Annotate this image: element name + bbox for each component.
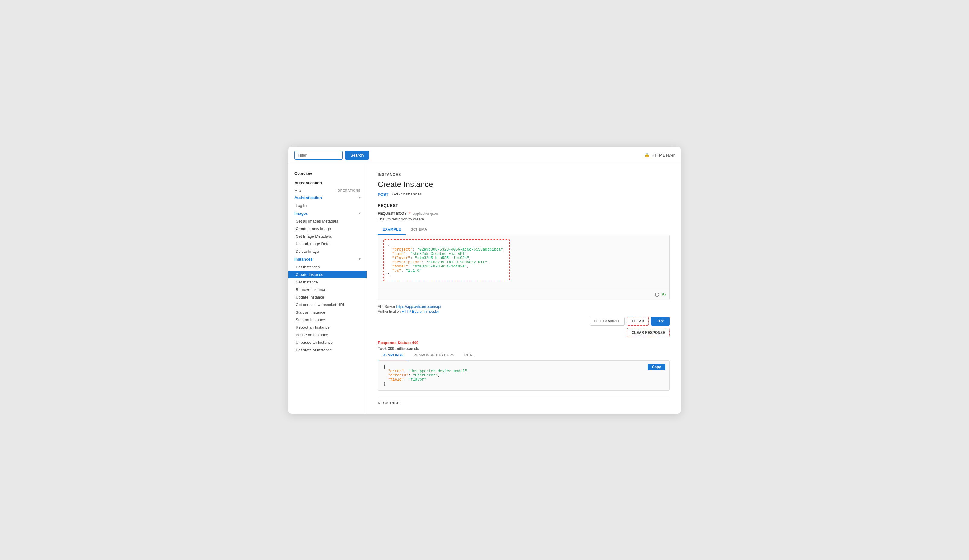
api-server-url[interactable]: https://app.avh.arm.com/api (396, 304, 441, 309)
request-label: REQUEST (378, 203, 670, 208)
refresh-icon-button[interactable]: ↻ (662, 292, 666, 297)
request-body-type: application/json (413, 211, 438, 216)
bottom-response-label: RESPONSE (378, 398, 670, 405)
images-group-label[interactable]: Images (295, 211, 308, 216)
request-body-key: REQUEST BODY (378, 211, 407, 216)
sidebar-overview[interactable]: Overview (288, 169, 366, 178)
took-time: Took 309 milliseconds (378, 346, 670, 351)
sidebar-item-start-instance[interactable]: Start an Instance (288, 309, 366, 316)
sidebar-item-console-websocket[interactable]: Get console websocket URL (288, 301, 366, 309)
ops-header: ▼ ▲ OPERATIONS (288, 188, 366, 194)
ops-label: OPERATIONS (338, 189, 361, 193)
sidebar-item-pause-instance[interactable]: Pause an Instance (288, 331, 366, 339)
authentication-label: Authentication (378, 309, 401, 314)
sidebar-group-images[interactable]: Images ▾ (288, 209, 366, 218)
content-area: INSTANCES Create Instance POST /v1/insta… (367, 164, 681, 414)
authentication-group-label[interactable]: Authentication (295, 195, 322, 200)
images-chevron-icon[interactable]: ▾ (359, 211, 361, 215)
request-body-required: * (409, 211, 411, 216)
status-row: Response Status: 400 (378, 340, 670, 345)
api-server-label: API Server (378, 304, 395, 309)
sidebar-item-get-all-images[interactable]: Get all Images Metadata (288, 218, 366, 225)
request-body-wrapper: { "project": "02e9b308-6323-4056-ac0c-65… (378, 234, 670, 300)
sidebar-item-create-instance[interactable]: Create Instance (288, 271, 366, 278)
sidebar-item-get-image-metadata[interactable]: Get Image Metadata (288, 233, 366, 240)
tab-response[interactable]: RESPONSE (378, 351, 409, 361)
sidebar-item-log-in[interactable]: Log In (288, 202, 366, 209)
filter-input[interactable] (295, 151, 343, 160)
search-button[interactable]: Search (345, 151, 369, 160)
sidebar-item-create-image[interactable]: Create a new Image (288, 225, 366, 233)
http-bearer-label: HTTP Bearer (652, 153, 674, 158)
code-actions: ⏻ ↻ (378, 289, 669, 300)
tab-curl[interactable]: CURL (460, 351, 480, 361)
clear-response-button[interactable]: CLEAR RESPONSE (627, 328, 670, 337)
tab-example[interactable]: EXAMPLE (378, 225, 406, 234)
sidebar-group-instances[interactable]: Instances ▾ (288, 255, 366, 263)
copy-button[interactable]: Copy (648, 364, 665, 370)
instances-group-label[interactable]: Instances (295, 257, 313, 261)
fill-example-button[interactable]: FILL EXAMPLE (590, 317, 625, 326)
sidebar: Overview Authentication ▼ ▲ OPERATIONS A… (288, 164, 367, 414)
sidebar-item-get-instances[interactable]: Get Instances (288, 263, 366, 271)
section-label: INSTANCES (378, 173, 670, 177)
tab-schema[interactable]: SCHEMA (406, 225, 432, 234)
try-button[interactable]: TRY (651, 317, 670, 326)
request-body-desc: The vm definition to create (378, 217, 670, 221)
sidebar-item-get-instance[interactable]: Get Instance (288, 278, 366, 286)
clear-button[interactable]: CLEAR (627, 317, 649, 326)
top-bar: Search 🔒 HTTP Bearer (288, 146, 681, 164)
sidebar-item-stop-instance[interactable]: Stop an Instance (288, 316, 366, 324)
ops-arrows[interactable]: ▼ ▲ (295, 189, 302, 193)
power-icon-button[interactable]: ⏻ (654, 292, 659, 297)
main-window: Search 🔒 HTTP Bearer Overview Authentica… (288, 146, 681, 414)
sidebar-group-authentication[interactable]: Authentication ▾ (288, 194, 366, 202)
sidebar-item-delete-image[interactable]: Delete Image (288, 248, 366, 255)
response-status: Response Status: 400 (378, 341, 418, 345)
api-info: API Server https://app.avh.arm.com/api A… (378, 304, 670, 314)
api-server-line: API Server https://app.avh.arm.com/api (378, 304, 670, 309)
sidebar-item-update-instance[interactable]: Update Instance (288, 293, 366, 301)
http-bearer-info: 🔒 HTTP Bearer (644, 152, 674, 158)
endpoint-title: Create Instance (378, 180, 670, 189)
instances-chevron-icon[interactable]: ▾ (359, 257, 361, 261)
authentication-chevron-icon[interactable]: ▾ (359, 195, 361, 199)
sidebar-item-get-state[interactable]: Get state of Instance (288, 346, 366, 354)
sidebar-item-unpause-instance[interactable]: Unpause an Instance (288, 339, 366, 346)
authentication-value[interactable]: HTTP Bearer in header (401, 309, 439, 314)
method-row: POST /v1/instances (378, 192, 670, 197)
request-code-box[interactable]: { "project": "02e9b308-6323-4056-ac0c-65… (378, 235, 669, 289)
request-body-line: REQUEST BODY * application/json (378, 211, 670, 216)
response-code-box: Copy { "error": "Unsupported device mode… (378, 361, 670, 391)
lock-icon: 🔒 (644, 152, 650, 158)
search-area: Search (295, 151, 369, 160)
main-layout: Overview Authentication ▼ ▲ OPERATIONS A… (288, 164, 681, 414)
sidebar-item-upload-image[interactable]: Upload Image Data (288, 240, 366, 248)
sidebar-authentication-section[interactable]: Authentication (288, 178, 366, 188)
tab-response-headers[interactable]: RESPONSE HEADERS (409, 351, 460, 361)
sidebar-item-reboot-instance[interactable]: Reboot an Instance (288, 324, 366, 331)
authentication-line: Authentication HTTP Bearer in header (378, 309, 670, 314)
http-method-badge: POST (378, 192, 388, 197)
example-schema-tabs: EXAMPLE SCHEMA (378, 225, 670, 234)
sidebar-item-remove-instance[interactable]: Remove Instance (288, 286, 366, 293)
response-code-content: { "error": "Unsupported device model", "… (383, 365, 664, 386)
endpoint-path: /v1/instances (391, 192, 422, 197)
response-tabs: RESPONSE RESPONSE HEADERS CURL (378, 351, 670, 361)
action-buttons-row: FILL EXAMPLE CLEAR TRY (378, 317, 670, 326)
